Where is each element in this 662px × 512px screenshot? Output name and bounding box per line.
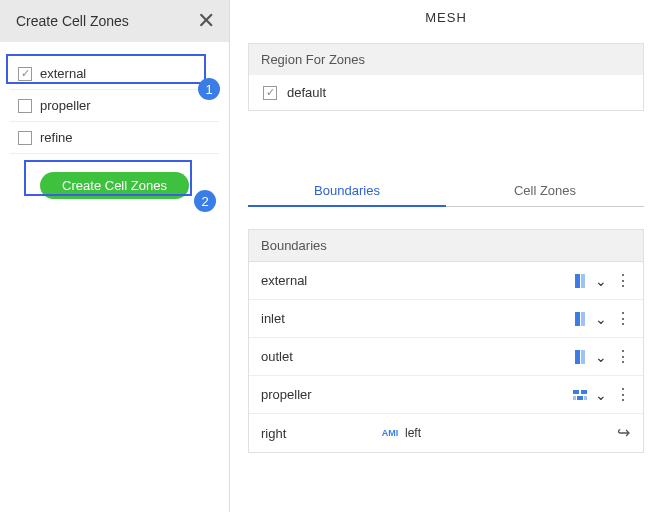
boundary-name: inlet xyxy=(261,311,571,326)
region-header: Region For Zones xyxy=(249,44,643,75)
region-card: Region For Zones default xyxy=(248,43,644,111)
boundaries-table: Boundaries external ⌄ ⋮ inlet ⌄ ⋮ outlet… xyxy=(248,229,644,453)
boundary-name: propeller xyxy=(261,387,571,402)
checkbox-icon[interactable] xyxy=(18,131,32,145)
chevron-down-icon[interactable]: ⌄ xyxy=(589,311,613,327)
zone-option-refine[interactable]: refine xyxy=(10,122,219,154)
kebab-icon[interactable]: ⋮ xyxy=(613,391,633,399)
kebab-icon[interactable]: ⋮ xyxy=(613,353,633,361)
checkbox-icon[interactable] xyxy=(18,67,32,81)
chevron-down-icon[interactable]: ⌄ xyxy=(589,387,613,403)
patch-type-icon xyxy=(571,350,589,364)
zone-option-external[interactable]: external xyxy=(10,58,219,90)
zone-option-propeller[interactable]: propeller xyxy=(10,90,219,122)
tab-boundaries[interactable]: Boundaries xyxy=(248,175,446,206)
callout-badge-2: 2 xyxy=(194,190,216,212)
close-icon[interactable]: ✕ xyxy=(197,10,215,32)
sidebar-header: Create Cell Zones ✕ xyxy=(0,0,229,42)
kebab-icon[interactable]: ⋮ xyxy=(613,315,633,323)
create-cell-zones-button[interactable]: Create Cell Zones xyxy=(40,172,189,199)
patch-type-icon xyxy=(571,274,589,288)
zone-option-label: refine xyxy=(40,130,73,145)
boundaries-table-header: Boundaries xyxy=(249,230,643,262)
boundary-row-outlet[interactable]: outlet ⌄ ⋮ xyxy=(249,338,643,376)
boundary-name: right xyxy=(261,426,381,441)
sidebar-title: Create Cell Zones xyxy=(16,13,129,29)
link-icon[interactable]: ↪ xyxy=(613,429,633,437)
boundary-row-propeller[interactable]: propeller ⌄ ⋮ xyxy=(249,376,643,414)
page-title: MESH xyxy=(248,0,644,43)
zone-option-label: external xyxy=(40,66,86,81)
checkbox-icon[interactable] xyxy=(18,99,32,113)
sidebar-panel: Create Cell Zones ✕ 1 external propeller… xyxy=(0,0,230,512)
chevron-down-icon[interactable]: ⌄ xyxy=(589,349,613,365)
boundary-name: external xyxy=(261,273,571,288)
region-item-default[interactable]: default xyxy=(249,75,643,110)
boundary-pair-label: left xyxy=(405,426,613,440)
boundary-name: outlet xyxy=(261,349,571,364)
boundary-row-right[interactable]: right AMI left ↪ xyxy=(249,414,643,452)
checkbox-icon[interactable] xyxy=(263,86,277,100)
wall-type-icon xyxy=(571,390,589,400)
zone-option-label: propeller xyxy=(40,98,91,113)
boundary-row-inlet[interactable]: inlet ⌄ ⋮ xyxy=(249,300,643,338)
chevron-down-icon[interactable]: ⌄ xyxy=(589,273,613,289)
patch-type-icon xyxy=(571,312,589,326)
ami-icon: AMI xyxy=(381,429,399,438)
tab-cell-zones[interactable]: Cell Zones xyxy=(446,175,644,206)
boundary-tabs: Boundaries Cell Zones xyxy=(248,175,644,207)
main-pane: MESH Region For Zones default Boundaries… xyxy=(230,0,662,512)
region-item-label: default xyxy=(287,85,326,100)
kebab-icon[interactable]: ⋮ xyxy=(613,277,633,285)
boundary-row-external[interactable]: external ⌄ ⋮ xyxy=(249,262,643,300)
callout-badge-1: 1 xyxy=(198,78,220,100)
